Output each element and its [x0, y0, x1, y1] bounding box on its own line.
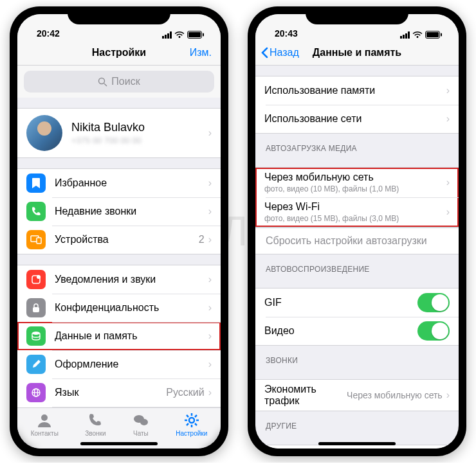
svg-line-28	[195, 423, 197, 425]
home-indicator[interactable]	[80, 442, 158, 445]
svg-rect-6	[37, 238, 41, 244]
bookmark-icon	[26, 173, 46, 193]
chevron-right-icon: ›	[446, 177, 450, 188]
row-wifi[interactable]: Через Wi-Fi фото, видео (15 MB), файлы (…	[255, 197, 459, 227]
devices-count: 2	[199, 234, 205, 245]
back-button[interactable]: Назад	[261, 47, 299, 58]
devices-icon	[26, 230, 46, 249]
avatar	[26, 115, 62, 151]
cellular-icon	[162, 31, 172, 39]
svg-rect-9	[33, 307, 39, 312]
contacts-icon	[36, 412, 53, 429]
battery-icon	[187, 31, 204, 39]
header-calls: ЗВОНКИ	[255, 346, 459, 369]
chevron-right-icon: ›	[208, 302, 212, 314]
row-cellular[interactable]: Через мобильную сеть фото, видео (10 MB)…	[255, 168, 459, 197]
row-video: Видео	[255, 317, 459, 345]
language-value: Русский	[166, 387, 204, 398]
svg-line-4	[104, 84, 107, 86]
chevron-left-icon	[261, 47, 268, 58]
cellular-sub: фото, видео (10 MB), файлы (1,0 MB)	[264, 184, 446, 193]
status-time: 20:42	[30, 28, 60, 39]
brush-icon	[26, 355, 46, 374]
tab-settings[interactable]: Настройки	[176, 412, 207, 449]
row-saved[interactable]: Избранное ›	[17, 169, 221, 197]
reset-autodownload-button[interactable]: Сбросить настройки автозагрузки	[255, 227, 459, 254]
svg-rect-33	[441, 33, 442, 37]
row-appearance[interactable]: Оформление ›	[17, 350, 221, 378]
row-notifications[interactable]: Уведомления и звуки ›	[17, 265, 221, 294]
svg-line-30	[187, 423, 188, 425]
row-network-usage[interactable]: Использование сети ›	[255, 105, 459, 133]
row-storage-usage[interactable]: Использование памяти ›	[255, 76, 459, 105]
row-gif: GIF	[255, 289, 459, 317]
svg-point-3	[99, 78, 105, 84]
chevron-right-icon: ›	[208, 359, 212, 370]
search-input[interactable]: Поиск	[24, 71, 214, 93]
header-other: ДРУГИЕ	[255, 411, 459, 434]
wifi-sub: фото, видео (15 MB), файлы (3,0 MB)	[264, 214, 446, 223]
chevron-right-icon: ›	[208, 177, 212, 189]
svg-point-22	[189, 418, 194, 423]
chevron-right-icon: ›	[208, 206, 212, 217]
page-title: Данные и память	[313, 47, 401, 58]
header-autodownload: АВТОЗАГРУЗКА МЕДИА	[255, 134, 459, 157]
profile-row[interactable]: Nikita Bulavko +375 00 700 00 00 ›	[17, 109, 221, 157]
profile-name: Nikita Bulavko	[71, 121, 208, 134]
row-data-storage[interactable]: Данные и память ›	[17, 322, 221, 350]
chevron-right-icon: ›	[446, 206, 450, 218]
calls-icon	[87, 412, 104, 429]
bell-icon	[26, 270, 46, 289]
svg-line-29	[195, 415, 197, 417]
chevron-right-icon: ›	[208, 127, 212, 139]
row-language[interactable]: Язык Русский ›	[17, 378, 221, 407]
status-time: 20:43	[268, 28, 298, 39]
chats-icon	[133, 412, 149, 429]
row-less-data[interactable]: Экономить трафик Через мобильную сеть ›	[255, 380, 459, 411]
settings-icon	[183, 412, 200, 429]
notch	[68, 6, 170, 24]
phone-right: 20:43 Назад Данные и память Использ	[248, 6, 466, 456]
svg-point-8	[37, 275, 41, 279]
globe-icon	[26, 383, 46, 402]
nav-bar: Назад Данные и память	[255, 40, 459, 66]
chevron-right-icon: ›	[208, 234, 212, 245]
row-privacy[interactable]: Конфиденциальность ›	[17, 294, 221, 322]
page-title: Настройки	[92, 47, 146, 58]
less-data-value: Через мобильную сеть	[347, 390, 443, 400]
wifi-icon	[174, 31, 185, 39]
row-share-menu[interactable]: Меню «Поделиться» ›	[255, 445, 459, 449]
svg-rect-2	[203, 33, 204, 37]
tab-contacts[interactable]: Контакты	[31, 412, 59, 449]
database-icon	[26, 326, 46, 346]
notch	[306, 6, 408, 24]
chevron-right-icon: ›	[446, 113, 450, 125]
svg-point-21	[140, 419, 148, 425]
wifi-icon	[412, 31, 423, 39]
chevron-right-icon: ›	[446, 85, 450, 96]
header-autoplay: АВТОВОСПРОИЗВЕДЕНИЕ	[255, 254, 459, 278]
search-icon	[98, 77, 107, 87]
chevron-right-icon: ›	[208, 387, 212, 398]
chevron-right-icon: ›	[446, 389, 450, 401]
edit-button[interactable]: Изм.	[190, 47, 212, 58]
row-recent-calls[interactable]: Недавние звонки ›	[17, 197, 221, 226]
phone-icon	[26, 202, 46, 221]
svg-point-10	[32, 332, 40, 335]
lock-icon	[26, 298, 46, 317]
nav-bar: Настройки Изм.	[17, 40, 221, 66]
chevron-right-icon: ›	[208, 330, 212, 342]
toggle-video[interactable]	[417, 321, 450, 341]
cellular-icon	[400, 31, 410, 39]
row-devices[interactable]: Устройства 2 ›	[17, 226, 221, 254]
svg-rect-1	[188, 32, 201, 37]
phone-left: 20:42 Настройки Изм. Поиск	[10, 6, 228, 456]
battery-icon	[425, 31, 442, 39]
profile-phone: +375 00 700 00 00	[71, 136, 208, 145]
svg-rect-32	[426, 32, 439, 37]
toggle-gif[interactable]	[417, 293, 450, 312]
svg-line-27	[187, 415, 188, 417]
home-indicator[interactable]	[318, 442, 396, 445]
chevron-right-icon: ›	[208, 274, 212, 285]
svg-point-19	[41, 414, 48, 421]
